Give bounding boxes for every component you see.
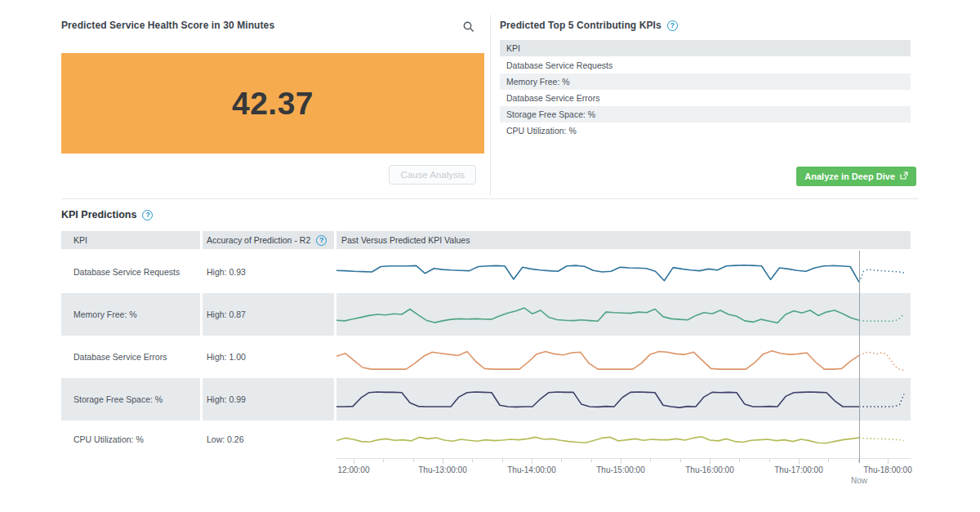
- axis-tick: [710, 459, 710, 464]
- help-icon[interactable]: ?: [667, 20, 678, 31]
- kpi-accuracy: High: 0.87: [203, 293, 334, 336]
- kpi-sparkline-cell: [336, 336, 911, 378]
- axis-tick: [561, 459, 562, 462]
- kpi-accuracy: Low: 0.26: [203, 421, 334, 458]
- axis-tick: [354, 459, 354, 464]
- axis-label: Thu-13:00:00: [418, 465, 467, 474]
- health-score-panel: Predicted Service Health Score in 30 Min…: [61, 15, 484, 190]
- top-kpi-row[interactable]: Database Service Errors: [500, 90, 911, 106]
- axis-tick: [532, 459, 532, 464]
- analyze-deep-dive-label: Analyze in Deep Dive: [804, 171, 895, 181]
- health-score-value: 42.37: [232, 86, 314, 122]
- column-header-kpi: KPI: [61, 231, 200, 249]
- axis-tick: [739, 459, 740, 462]
- kpi-name: Memory Free: %: [61, 293, 200, 336]
- kpi-prediction-row[interactable]: Storage Free Space: %High: 0.99: [61, 378, 911, 421]
- axis-tick: [472, 459, 473, 462]
- top-kpi-row[interactable]: Memory Free: %: [500, 73, 911, 90]
- top-kpi-row[interactable]: Database Service Requests: [500, 57, 911, 73]
- column-header-accuracy: Accuracy of Prediction - R2 ?: [203, 231, 334, 249]
- panel-divider: [490, 15, 491, 195]
- axis-tick: [621, 459, 621, 464]
- kpi-sparkline: [336, 336, 911, 378]
- axis-label: Thu-15:00:00: [596, 465, 645, 474]
- kpi-sparkline-cell: [336, 421, 911, 458]
- health-score-title: Predicted Service Health Score in 30 Min…: [61, 15, 274, 31]
- now-gridline: [859, 251, 860, 463]
- axis-tick: [413, 459, 414, 462]
- axis-label: Thu-16:00:00: [685, 465, 734, 474]
- help-icon[interactable]: ?: [142, 210, 153, 220]
- kpi-prediction-row[interactable]: CPU Utilization: %Low: 0.26: [61, 421, 911, 458]
- axis-label: 12:00:00: [338, 465, 370, 474]
- axis-tick: [799, 459, 800, 464]
- kpi-sparkline: [336, 421, 911, 458]
- kpi-name: Database Service Errors: [61, 336, 200, 378]
- kpi-predictions-title: KPI Predictions: [61, 209, 136, 220]
- kpi-prediction-row[interactable]: Memory Free: %High: 0.87: [61, 293, 911, 336]
- axis-tick: [828, 459, 829, 462]
- axis-tick: [591, 459, 592, 462]
- kpi-accuracy: High: 0.99: [203, 378, 334, 421]
- column-header-chart: Past Versus Predicted KPI Values: [336, 231, 911, 249]
- axis-tick: [769, 459, 770, 462]
- external-link-icon: [900, 171, 908, 181]
- top-kpi-row[interactable]: CPU Utilization: %: [500, 122, 911, 139]
- dashboard: Predicted Service Health Score in 30 Min…: [0, 0, 980, 512]
- kpi-prediction-row[interactable]: Database Service RequestsHigh: 0.93: [61, 251, 911, 293]
- top-kpis-title: Predicted Top 5 Contributing KPIs: [500, 15, 662, 31]
- axis-label: Thu-18:00:00: [863, 465, 912, 474]
- kpi-predictions-section: KPI Predictions ? KPI Accuracy of Predic…: [61, 209, 919, 492]
- kpi-name: Database Service Requests: [61, 251, 200, 293]
- cause-analysis-button[interactable]: Cause Analysis: [389, 165, 476, 185]
- kpi-sparkline-cell: [336, 378, 911, 421]
- health-score-box: 42.37: [61, 53, 484, 154]
- kpi-sparkline: [336, 293, 911, 336]
- top-kpis-column-header: KPI: [500, 40, 911, 56]
- kpi-prediction-row[interactable]: Database Service ErrorsHigh: 1.00: [61, 336, 911, 378]
- axis-tick: [502, 459, 503, 462]
- search-icon[interactable]: [463, 21, 474, 36]
- axis-tick: [383, 459, 384, 462]
- top-kpi-row[interactable]: Storage Free Space: %: [500, 106, 911, 122]
- table-header-row: KPI Accuracy of Prediction - R2 ? Past V…: [61, 231, 911, 249]
- kpi-predictions-table: KPI Accuracy of Prediction - R2 ? Past V…: [61, 231, 911, 492]
- section-divider: [61, 198, 919, 199]
- kpi-sparkline-cell: [336, 293, 911, 336]
- top-kpis-table: KPI Database Service RequestsMemory Free…: [500, 40, 911, 139]
- axis-tick: [443, 459, 443, 464]
- axis-tick: [680, 459, 681, 462]
- axis-tick: [650, 459, 651, 462]
- now-label: Now: [851, 476, 867, 485]
- kpi-sparkline: [336, 251, 911, 293]
- kpi-accuracy: High: 0.93: [203, 251, 334, 293]
- kpi-accuracy: High: 1.00: [203, 336, 334, 378]
- analyze-deep-dive-button[interactable]: Analyze in Deep Dive: [796, 167, 916, 186]
- axis-label: Thu-17:00:00: [774, 465, 823, 474]
- time-axis: 12:00:00Thu-13:00:00Thu-14:00:00Thu-15:0…: [336, 458, 911, 492]
- axis-label: Thu-14:00:00: [507, 465, 556, 474]
- kpi-name: Storage Free Space: %: [61, 378, 200, 421]
- axis-tick: [888, 459, 889, 464]
- help-icon[interactable]: ?: [316, 235, 327, 246]
- kpi-sparkline: [336, 378, 911, 421]
- kpi-sparkline-cell: [336, 251, 911, 293]
- top-kpis-panel: Predicted Top 5 Contributing KPIs ? KPI …: [500, 15, 919, 190]
- kpi-name: CPU Utilization: %: [61, 421, 200, 458]
